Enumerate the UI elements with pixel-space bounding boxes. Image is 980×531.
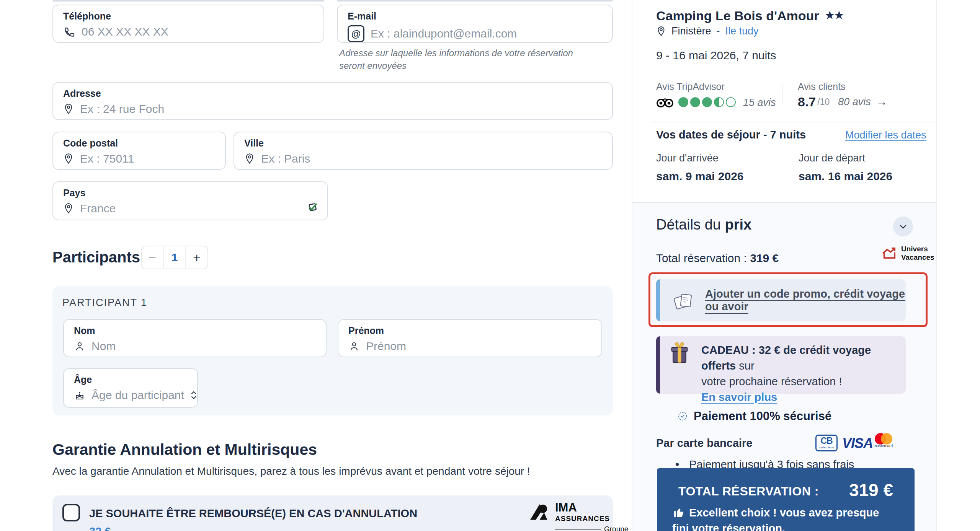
total-reservation-line: Total réservation : 319 € — [656, 252, 779, 265]
participants-heading: Participants — [52, 249, 140, 266]
age-placeholder: Âge du participant — [91, 389, 184, 402]
email-label: E-mail — [348, 11, 603, 22]
brand-line2: Vacances — [901, 253, 934, 262]
gift-credit-text: CADEAU : 32 € de crédit voyage offerts s… — [701, 342, 893, 405]
first-name-field[interactable]: Prénom Prénom — [338, 319, 602, 357]
email-helper-text: Adresse sur laquelle les informations de… — [339, 47, 588, 72]
insurance-price: 32 € — [89, 525, 111, 531]
cb-text: CB — [817, 436, 836, 446]
at-icon: @ — [348, 25, 364, 42]
map-pin-icon — [63, 103, 74, 115]
booking-page: Téléphone 06 XX XX XX XX E-mail @ Ex : a… — [0, 0, 980, 531]
birthday-cake-icon — [74, 389, 85, 401]
collapse-price-details-button[interactable] — [893, 217, 913, 236]
select-arrows-icon — [190, 389, 197, 401]
client-score: 8.7 — [798, 94, 816, 109]
postal-code-field[interactable]: Code postal Ex : 75011 — [52, 132, 226, 170]
map-pin-icon — [63, 202, 74, 215]
ima-logo-icon — [529, 502, 551, 521]
chevron-down-icon — [898, 221, 908, 232]
first-name-label: Prénom — [348, 325, 592, 336]
gift-accent-bar — [656, 336, 660, 394]
cutoff-field-edge — [52, 0, 324, 2]
phone-icon — [63, 26, 75, 38]
reviews-arrow-link[interactable]: → — [876, 96, 887, 108]
map-pin-icon — [656, 26, 666, 37]
tripadvisor-owl-icon — [656, 97, 674, 109]
participant-card-title: PARTICIPANT 1 — [62, 297, 147, 309]
email-field[interactable]: E-mail @ Ex : alaindupont@email.com — [337, 5, 613, 43]
phone-placeholder: 06 XX XX XX XX — [82, 25, 168, 38]
insurance-card: JE SOUHAITE ÊTRE REMBOURSÉ(E) EN CAS D'A… — [52, 495, 613, 531]
decrement-button[interactable]: − — [142, 246, 163, 269]
country-value: France — [80, 202, 116, 215]
cb-card-logo: CB carte bleue — [815, 435, 838, 451]
map-pin-icon — [244, 153, 255, 165]
tripadvisor-block: Avis TripAdvisor 15 avis — [656, 81, 776, 109]
reviews-divider — [782, 85, 782, 103]
client-reviews-block: Avis clients 8.7 /10 80 avis → — [798, 81, 887, 109]
client-score-scale: /10 — [817, 97, 830, 107]
total-box-message: Excellent choix ! vous avez presque fini… — [672, 505, 894, 531]
insurance-heading: Garantie Annulation et Multirisques — [52, 441, 317, 459]
ima-assurances-logo: IMA ASSURANCES GroupeIMA — [529, 502, 645, 531]
price-title-bold: prix — [725, 217, 752, 233]
location-row: Finistère - Ile tudy — [656, 25, 759, 37]
postal-code-label: Code postal — [63, 138, 216, 149]
tripadvisor-label: Avis TripAdvisor — [656, 81, 776, 92]
increment-button[interactable]: + — [186, 246, 207, 269]
last-name-placeholder: Nom — [91, 340, 116, 353]
gift-icon — [669, 341, 690, 366]
departure-label: Jour de départ — [799, 152, 865, 164]
participant-count-value: 1 — [164, 246, 185, 269]
secure-check-icon — [678, 411, 688, 421]
visa-logo: VISA — [842, 435, 873, 451]
city-field[interactable]: Ville Ex : Paris — [234, 132, 613, 170]
city-link[interactable]: Ile tudy — [725, 25, 759, 37]
client-reviews-label: Avis clients — [798, 81, 887, 92]
learn-more-link[interactable]: En savoir plus — [701, 389, 893, 405]
stay-dates-summary: 9 - 16 mai 2026, 7 nuits — [656, 49, 776, 62]
stay-dates-title: Vos dates de séjour - 7 nuits — [656, 129, 806, 141]
edit-dates-link[interactable]: Modifier les dates — [845, 129, 926, 141]
card-payment-label: Par carte bancaire — [656, 437, 752, 450]
price-details-section: Détails du prix Total réservation : 319 … — [632, 202, 936, 531]
last-name-field[interactable]: Nom Nom — [63, 319, 327, 357]
phone-field[interactable]: Téléphone 06 XX XX XX XX — [52, 5, 324, 43]
arrival-value: sam. 9 mai 2026 — [656, 170, 744, 183]
first-name-placeholder: Prénom — [366, 340, 406, 353]
camping-title: Camping Le Bois d'Amour★★ — [656, 8, 844, 23]
age-select[interactable]: Âge Âge du participant — [63, 368, 198, 408]
secure-payment-row: Paiement 100% sécurisé — [678, 409, 831, 423]
section-divider — [651, 122, 936, 122]
booking-summary-sidebar: Camping Le Bois d'Amour★★ Finistère - Il… — [632, 0, 937, 531]
gift-bold-text: CADEAU : 32 € de crédit voyage offerts — [701, 344, 871, 372]
departure-value: sam. 16 mai 2026 — [799, 170, 892, 183]
participant-card: PARTICIPANT 1 Nom Nom Prénom Prénom Âge — [52, 286, 613, 415]
gift-line2: votre prochaine réservation ! — [701, 374, 893, 389]
star-rating: ★★ — [825, 10, 844, 21]
total-value: 319 € — [750, 252, 779, 264]
mastercard-logo: mastercard — [873, 432, 893, 448]
client-reviews-count: 80 avis — [838, 96, 871, 108]
participant-count-stepper[interactable]: − 1 + — [141, 246, 208, 269]
person-icon — [348, 340, 360, 352]
country-field[interactable]: Pays France — [52, 181, 328, 220]
total-box-value: 319 € — [849, 480, 893, 500]
map-pin-icon — [63, 153, 74, 165]
age-label: Âge — [74, 374, 188, 385]
total-box-label: TOTAL RÉSERVATION : — [678, 484, 819, 498]
validated-check-icon — [306, 200, 319, 213]
cb-subtext: carte bleue — [817, 446, 836, 449]
total-box-message-text: Excellent choix ! vous avez presque fini… — [672, 507, 879, 531]
region-label: Finistère — [671, 25, 711, 37]
refund-checkbox[interactable] — [62, 504, 80, 521]
brand-line1: Univers — [901, 245, 934, 253]
phone-label: Téléphone — [63, 11, 314, 22]
address-field[interactable]: Adresse Ex : 24 rue Foch — [52, 82, 613, 120]
tripadvisor-count: 15 avis — [743, 97, 776, 109]
annotation-highlight — [648, 272, 928, 327]
insurance-subtitle: Avec la garantie Annulation et Multirisq… — [52, 465, 530, 477]
arrival-label: Jour d'arrivée — [656, 152, 719, 164]
univers-vacances-icon — [881, 246, 898, 261]
